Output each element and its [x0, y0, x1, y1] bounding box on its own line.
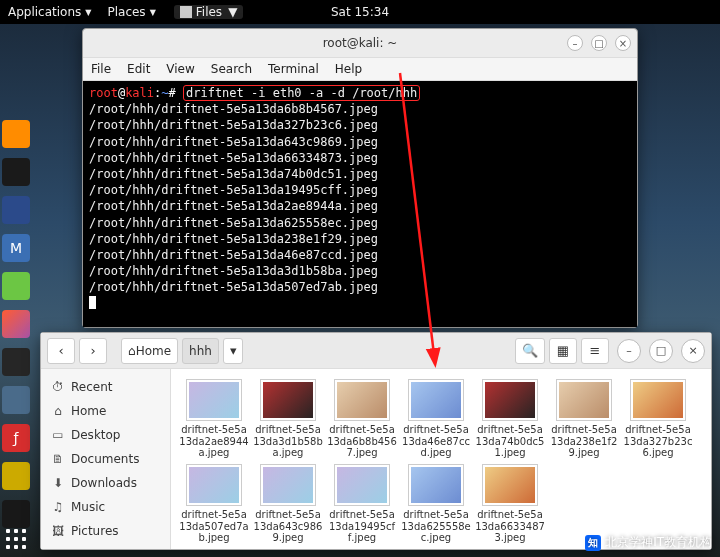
dock-icon-firefox[interactable] [2, 120, 30, 148]
dock-icon-app11[interactable] [2, 500, 30, 528]
close-button[interactable]: × [615, 35, 631, 51]
active-app-menu[interactable]: Files▼ [174, 5, 244, 19]
file-tile[interactable]: driftnet-5e5a13da238e1f29.jpeg [549, 379, 619, 458]
dock-icon-app7[interactable] [2, 348, 30, 376]
file-name: driftnet-5e5a13da507ed7ab.jpeg [179, 509, 249, 543]
dock-icon-app5[interactable] [2, 272, 30, 300]
dock-icon-app9[interactable]: ƒ [2, 424, 30, 452]
terminal-window: root@kali: ~ – □ × File Edit View Search… [82, 28, 638, 328]
file-name: driftnet-5e5a13da643c9869.jpeg [253, 509, 323, 543]
sidebar-icon: ♫ [51, 500, 65, 514]
maximize-button[interactable]: □ [591, 35, 607, 51]
nav-back-button[interactable]: ‹ [47, 338, 75, 364]
terminal-title: root@kali: ~ [323, 36, 398, 50]
file-name: driftnet-5e5a13da3d1b58ba.jpeg [253, 424, 323, 458]
files-window: ‹ › ⌂ Home hhh ▾ 🔍 ▦ ≡ – □ × ⏱Recent⌂Hom… [40, 332, 712, 550]
file-name: driftnet-5e5a13da238e1f29.jpeg [549, 424, 619, 458]
file-tile[interactable]: driftnet-5e5a13da327b23c6.jpeg [623, 379, 693, 458]
dock-icon-app10[interactable] [2, 462, 30, 490]
file-thumbnail [334, 379, 390, 421]
file-tile[interactable]: driftnet-5e5a13da3d1b58ba.jpeg [253, 379, 323, 458]
fm-close-button[interactable]: × [681, 339, 705, 363]
file-name: driftnet-5e5a13da625558ec.jpeg [401, 509, 471, 543]
dock-icon-app6[interactable] [2, 310, 30, 338]
sidebar-icon: ▭ [51, 428, 65, 442]
view-list-button[interactable]: ≡ [581, 338, 609, 364]
file-tile[interactable]: driftnet-5e5a13da2ae8944a.jpeg [179, 379, 249, 458]
file-tile[interactable]: driftnet-5e5a13da66334873.jpeg [475, 464, 545, 543]
watermark: 知北京学神IT教育机构 [585, 534, 712, 551]
file-name: driftnet-5e5a13da327b23c6.jpeg [623, 424, 693, 458]
nav-forward-button[interactable]: › [79, 338, 107, 364]
dock-icon-files[interactable] [2, 196, 30, 224]
file-tile[interactable]: driftnet-5e5a13da46e87ccd.jpeg [401, 379, 471, 458]
menu-file[interactable]: File [91, 62, 111, 76]
panel-clock[interactable]: Sat 15:34 [331, 5, 389, 19]
files-sidebar: ⏱Recent⌂Home▭Desktop🗎Documents⬇Downloads… [41, 369, 171, 549]
file-thumbnail [334, 464, 390, 506]
file-tile[interactable]: driftnet-5e5a13da74b0dc51.jpeg [475, 379, 545, 458]
menu-view[interactable]: View [166, 62, 194, 76]
sidebar-item-desktop[interactable]: ▭Desktop [41, 423, 170, 447]
file-thumbnail [482, 379, 538, 421]
file-thumbnail [408, 464, 464, 506]
files-icon [180, 6, 192, 18]
file-tile[interactable]: driftnet-5e5a13da19495cff.jpeg [327, 464, 397, 543]
gnome-top-panel: Applications▼ Places▼ Files▼ Sat 15:34 [0, 0, 720, 24]
file-tile[interactable]: driftnet-5e5a13da507ed7ab.jpeg [179, 464, 249, 543]
file-name: driftnet-5e5a13da66334873.jpeg [475, 509, 545, 543]
file-thumbnail [556, 379, 612, 421]
file-thumbnail [630, 379, 686, 421]
sidebar-icon: ▶ [51, 548, 65, 549]
file-thumbnail [260, 379, 316, 421]
file-thumbnail [186, 379, 242, 421]
sidebar-item-pictures[interactable]: 🖼Pictures [41, 519, 170, 543]
path-folder-button[interactable]: hhh [182, 338, 219, 364]
menu-search[interactable]: Search [211, 62, 252, 76]
sidebar-item-music[interactable]: ♫Music [41, 495, 170, 519]
sidebar-icon: 🗎 [51, 452, 65, 466]
files-toolbar: ‹ › ⌂ Home hhh ▾ 🔍 ▦ ≡ – □ × [41, 333, 711, 369]
fm-maximize-button[interactable]: □ [649, 339, 673, 363]
applications-menu[interactable]: Applications▼ [8, 5, 91, 19]
sidebar-icon: ⌂ [51, 404, 65, 418]
file-thumbnail [408, 379, 464, 421]
menu-edit[interactable]: Edit [127, 62, 150, 76]
search-button[interactable]: 🔍 [515, 338, 545, 364]
file-thumbnail [260, 464, 316, 506]
path-home-button[interactable]: ⌂ Home [121, 338, 178, 364]
file-name: driftnet-5e5a13da19495cff.jpeg [327, 509, 397, 543]
dock-icon-terminal[interactable] [2, 158, 30, 186]
left-dock: M ƒ [2, 120, 34, 528]
sidebar-icon: ⏱ [51, 380, 65, 394]
file-tile[interactable]: driftnet-5e5a13da643c9869.jpeg [253, 464, 323, 543]
terminal-menubar: File Edit View Search Terminal Help [83, 57, 637, 81]
file-tile[interactable]: driftnet-5e5a13da625558ec.jpeg [401, 464, 471, 543]
file-thumbnail [482, 464, 538, 506]
file-thumbnail [186, 464, 242, 506]
activities-button[interactable] [6, 529, 28, 551]
files-icon-view[interactable]: driftnet-5e5a13da2ae8944a.jpegdriftnet-5… [171, 369, 711, 549]
sidebar-item-documents[interactable]: 🗎Documents [41, 447, 170, 471]
sidebar-icon: 🖼 [51, 524, 65, 538]
file-name: driftnet-5e5a13da74b0dc51.jpeg [475, 424, 545, 458]
terminal-titlebar[interactable]: root@kali: ~ – □ × [83, 29, 637, 57]
sidebar-icon: ⬇ [51, 476, 65, 490]
menu-help[interactable]: Help [335, 62, 362, 76]
path-overflow-button[interactable]: ▾ [223, 338, 244, 364]
dock-icon-app8[interactable] [2, 386, 30, 414]
file-name: driftnet-5e5a13da46e87ccd.jpeg [401, 424, 471, 458]
file-tile[interactable]: driftnet-5e5a13da6b8b4567.jpeg [327, 379, 397, 458]
sidebar-item-downloads[interactable]: ⬇Downloads [41, 471, 170, 495]
dock-icon-metasploit[interactable]: M [2, 234, 30, 262]
sidebar-item-recent[interactable]: ⏱Recent [41, 375, 170, 399]
terminal-content[interactable]: root@kali:~# driftnet -i eth0 -a -d /roo… [83, 81, 637, 327]
view-icons-button[interactable]: ▦ [549, 338, 577, 364]
fm-minimize-button[interactable]: – [617, 339, 641, 363]
file-name: driftnet-5e5a13da6b8b4567.jpeg [327, 424, 397, 458]
places-menu[interactable]: Places▼ [107, 5, 155, 19]
sidebar-item-home[interactable]: ⌂Home [41, 399, 170, 423]
minimize-button[interactable]: – [567, 35, 583, 51]
sidebar-item-videos[interactable]: ▶Videos [41, 543, 170, 549]
menu-terminal[interactable]: Terminal [268, 62, 319, 76]
